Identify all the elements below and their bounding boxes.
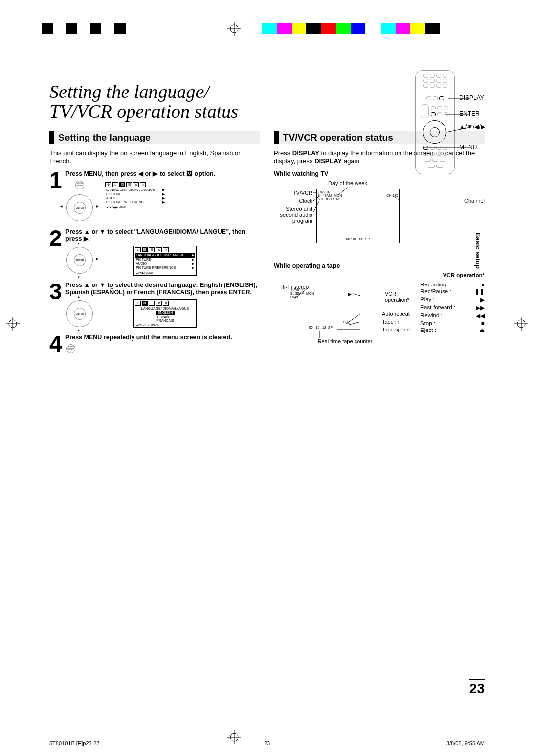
step-1-instr: Press MENU, then press ◀ or ▶ to select … bbox=[65, 170, 260, 178]
pause-icon: ❚❚ bbox=[475, 288, 485, 295]
page-content: DISPLAY ENTER ▲/▼/◀/▶ MENU Setting the l… bbox=[49, 64, 485, 697]
vcr-operation-table: Recording :● Rec/Pause :❚❚ Play :▶ Fast-… bbox=[420, 281, 485, 334]
footer-left: 5T80101B [E]p23-27 bbox=[49, 740, 100, 746]
dpad-icon: ENTER ◀ ▶ bbox=[65, 193, 94, 222]
step-4-num: 4 bbox=[49, 334, 65, 354]
remote-label-arrows: ▲/▼/◀/▶ bbox=[459, 123, 504, 130]
registration-mark-top bbox=[227, 22, 241, 38]
menu-setup-button-icon: MENU SETUP bbox=[66, 344, 75, 353]
svg-line-20 bbox=[395, 197, 400, 201]
left-column: Setting the language This unit can displ… bbox=[49, 131, 260, 360]
ff-icon: ▶▶ bbox=[476, 304, 485, 311]
svg-line-21 bbox=[294, 287, 310, 299]
play-icon: ▶ bbox=[480, 296, 485, 303]
step-4: 4 Press MENU repeatedly until the menu s… bbox=[49, 334, 260, 354]
printer-color-bar bbox=[262, 23, 440, 34]
printer-grayscale-bar bbox=[42, 23, 126, 34]
intro-left: This unit can display the on screen lang… bbox=[49, 149, 260, 166]
footer-right: 3/8/05, 9:55 AM bbox=[446, 740, 485, 746]
remote-illustration: DISPLAY ENTER ▲/▼/◀/▶ MENU bbox=[415, 70, 455, 174]
step-2-instr: Press ▲ or ▼ to select "LANGUAGE/IDIOMA/… bbox=[65, 228, 260, 243]
step-2-num: 2 bbox=[49, 228, 65, 276]
stop-icon: ■ bbox=[481, 320, 485, 326]
svg-line-22 bbox=[353, 294, 360, 296]
svg-line-24 bbox=[349, 322, 360, 325]
step-1: 1 Press MENU, then press ◀ or ▶ to selec… bbox=[49, 170, 260, 222]
menu-setup-button-icon: MENU SETUP bbox=[75, 181, 84, 189]
svg-line-17 bbox=[313, 196, 319, 201]
step-3: 3 Press ▲ or ▼ to select the desired lan… bbox=[49, 282, 260, 328]
record-icon: ● bbox=[481, 282, 485, 287]
footer: 5T80101B [E]p23-27 23 3/8/05, 9:55 AM bbox=[49, 740, 485, 746]
page-number: 23 bbox=[469, 679, 485, 697]
osd-menu-step1: ✥L🖼☰⚙✕ LANGUAGE/ IDIOMA/LANGUE▶ PICTURE▶… bbox=[104, 181, 167, 210]
sub-while-tape: While operating a tape bbox=[274, 262, 485, 269]
svg-line-19 bbox=[338, 187, 348, 195]
eject-icon: ⏏ bbox=[479, 327, 485, 334]
tv-osd-diagram: TV/VCR Clock Stereo and second audio pro… bbox=[274, 180, 485, 259]
step-3-instr: Press ▲ or ▼ to select the desired langu… bbox=[65, 282, 260, 296]
step-3-num: 3 bbox=[49, 282, 65, 328]
remote-label-enter: ENTER bbox=[459, 110, 504, 117]
registration-mark-left bbox=[6, 317, 20, 332]
dpad-icon: ENTER ▲ ▼ ▶ bbox=[65, 246, 94, 275]
remote-label-menu: MENU bbox=[459, 144, 504, 151]
rw-icon: ◀◀ bbox=[476, 312, 485, 319]
osd-menu-step2: L🖼☰⚙✕ LANGUAGE/ IDIOMA/LANGUE▶ PICTURE▶ … bbox=[134, 246, 197, 276]
remote-label-display: DISPLAY bbox=[459, 94, 504, 101]
footer-mid: 23 bbox=[264, 740, 270, 746]
svg-line-18 bbox=[313, 201, 319, 212]
step-2: 2 Press ▲ or ▼ to select "LANGUAGE/IDIOM… bbox=[49, 228, 260, 276]
dpad-icon: ENTER ▲ ▼ bbox=[65, 299, 94, 328]
registration-mark-right bbox=[514, 317, 528, 332]
vcr-op-head: VCR operation* bbox=[420, 272, 485, 278]
heading-setting-language: Setting the language bbox=[49, 131, 260, 144]
step-4-instr: Press MENU repeatedly until the menu scr… bbox=[65, 334, 260, 341]
osd-menu-step3: L🖼☰⚙✕ LANGUAGE/IDIOMA/LANGUE ENGLISH ESP… bbox=[134, 299, 197, 328]
tape-osd-diagram: Hi-Fi stereo VCR operation* Auto repeat … bbox=[274, 272, 485, 351]
step-1-num: 1 bbox=[49, 170, 65, 222]
